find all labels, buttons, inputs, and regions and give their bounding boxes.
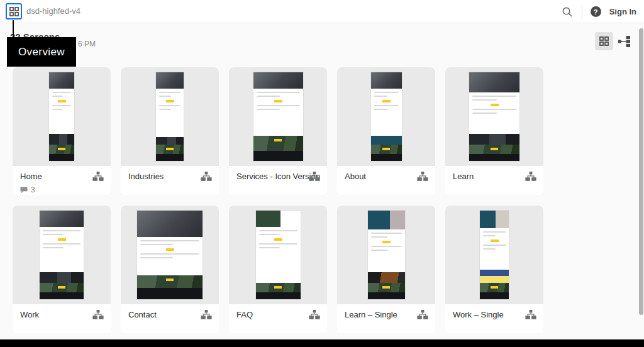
sign-in-button[interactable]: Sign In [609,7,638,16]
flow-icon[interactable] [417,172,428,181]
screen-thumbnail[interactable] [121,67,219,166]
top-header: dsd-highfed-v4 ? Sign In [0,0,644,23]
overview-tooltip: Overview [7,37,76,67]
thumbnail-art [253,72,303,161]
screen-title: Learn – Single [345,310,428,319]
screen-thumbnail[interactable] [121,206,219,304]
grid-view-icon [599,36,609,46]
screen-card-footer: Work – Single [445,304,543,333]
screen-title: Services - Icon Version [236,172,319,181]
screen-thumbnail[interactable] [445,67,543,166]
screen-card-footer: Work [13,304,111,333]
app-frame: dsd-highfed-v4 ? Sign In 22 Screens 6 PM [0,0,644,347]
screen-card[interactable]: About [337,67,435,195]
screen-thumbnail[interactable] [229,67,327,166]
screen-card-footer: About [337,166,435,195]
screen-card-footer: Learn – Single [337,304,435,333]
flow-icon[interactable] [309,172,320,181]
help-button[interactable]: ? [591,6,601,17]
thumbnail-art [480,211,509,299]
view-toggle-group [595,32,633,50]
search-icon [562,6,573,18]
flow-icon[interactable] [92,310,104,319]
flow-icon[interactable] [417,310,428,319]
screen-card[interactable]: FAQ [229,206,327,333]
document-title: dsd-highfed-v4 [26,6,80,16]
letterbox-bar [0,339,644,347]
screen-card[interactable]: Industries [121,67,219,195]
thumbnail-art [137,211,203,299]
thumbnail-art [371,72,402,161]
question-mark-icon: ? [594,8,598,16]
screen-card-footer: Services - Icon Version [229,166,327,195]
thumbnail-art [156,72,184,161]
flow-icon[interactable] [92,172,104,181]
screen-card-footer: Industries [121,166,219,195]
thumbnail-art [469,72,519,161]
flow-icon[interactable] [525,172,536,181]
flow-view-icon [618,36,630,47]
screen-card[interactable]: Contact [121,206,219,333]
screen-thumbnail[interactable] [337,206,435,304]
screen-title: Learn [453,172,536,181]
flow-icon[interactable] [201,310,212,319]
screen-card-footer: Learn [445,166,543,195]
screen-thumbnail[interactable] [337,67,435,166]
screen-card[interactable]: Home 3 [13,67,111,195]
screen-title: FAQ [236,310,319,319]
screen-card[interactable]: Work – Single [445,206,543,333]
overview-button[interactable] [6,3,22,19]
last-modified-timestamp: 6 PM [78,40,96,48]
screen-thumbnail[interactable] [445,206,543,304]
screen-title: Home [20,172,103,181]
flow-icon[interactable] [525,310,536,319]
thumbnail-art [368,211,405,299]
flow-icon[interactable] [201,172,212,181]
screen-card-footer: FAQ [229,304,327,333]
thumbnail-art [49,72,74,161]
thumbnail-art [40,211,84,299]
screen-title: Industries [128,172,211,181]
screens-grid: Home 3 [13,67,543,333]
grid-view-button[interactable] [595,32,613,50]
search-button[interactable] [561,6,574,18]
screen-thumbnail[interactable] [229,206,327,304]
screen-card[interactable]: Work [13,206,111,333]
screen-thumbnail[interactable] [13,206,111,304]
flow-icon[interactable] [309,310,320,319]
screen-card[interactable]: Learn [445,67,543,195]
screen-title: Work – Single [453,310,536,319]
comment-bubble-icon [20,187,28,194]
screen-card-footer: Home 3 [13,166,111,195]
thumbnail-art [256,211,301,299]
tooltip-connector-line [13,20,14,38]
screen-card-footer: Contact [121,304,219,333]
grid-overview-icon [9,7,19,16]
screen-thumbnail[interactable] [13,67,111,166]
screen-card[interactable]: Learn – Single [337,206,435,333]
screen-card[interactable]: Services - Icon Version [229,67,327,195]
screen-title: About [345,172,428,181]
comment-count[interactable]: 3 [20,185,103,194]
screen-title: Work [20,310,103,319]
flow-view-button[interactable] [615,32,633,50]
header-actions: ? Sign In [561,0,638,23]
comment-count-label: 3 [31,185,35,194]
scrollbar-thumb[interactable] [639,28,643,315]
screen-title: Contact [128,310,211,319]
header-divider [582,6,582,18]
scrollbar[interactable] [638,24,644,339]
